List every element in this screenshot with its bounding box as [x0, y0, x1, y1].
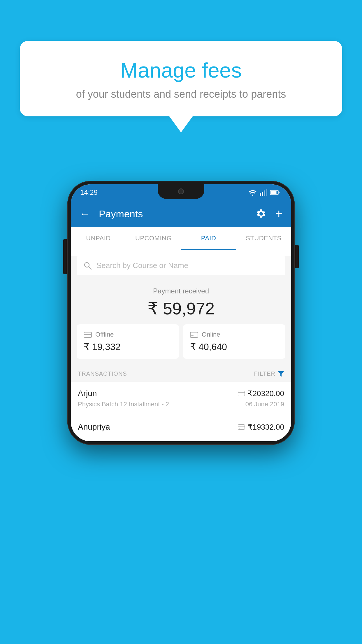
svg-rect-10	[84, 334, 92, 335]
signal-icon	[260, 189, 267, 196]
svg-rect-5	[271, 191, 277, 194]
svg-rect-3	[266, 189, 267, 196]
content-area: Search by Course or Name Payment receive…	[71, 256, 291, 441]
phone-outer: 14:29	[67, 181, 295, 445]
svg-rect-2	[264, 190, 265, 196]
transaction-bottom: Physics Batch 12 Installment - 2 06 June…	[78, 400, 284, 408]
filter-container[interactable]: FILTER	[254, 370, 284, 377]
payment-cards: Offline ₹ 19,332 Online	[71, 324, 291, 365]
offline-card: Offline ₹ 19,332	[77, 324, 179, 359]
transaction-amount-container: ₹20320.00	[238, 389, 284, 398]
payment-total-amount: ₹ 59,972	[77, 299, 285, 318]
offline-label: Offline	[95, 331, 114, 338]
app-bar-actions: +	[256, 208, 282, 220]
transaction-amount-container: ₹19332.00	[238, 423, 284, 432]
back-button[interactable]: ←	[80, 208, 90, 220]
online-card: Online ₹ 40,640	[183, 324, 285, 359]
app-bar: ← Payments +	[71, 201, 291, 227]
transaction-date: 06 June 2019	[245, 400, 284, 408]
transaction-offline-icon	[238, 424, 245, 430]
wifi-icon	[249, 189, 257, 196]
phone-screen: 14:29	[71, 184, 291, 441]
transaction-course: Physics Batch 12 Installment - 2	[78, 400, 169, 408]
transactions-label: TRANSACTIONS	[78, 370, 127, 377]
transaction-amount: ₹19332.00	[248, 423, 284, 432]
offline-payment-icon	[84, 331, 92, 338]
payment-received-label: Payment received	[77, 287, 285, 295]
filter-icon	[278, 371, 284, 377]
speech-bubble-container: Manage fees of your students and send re…	[20, 41, 342, 132]
online-payment-icon	[190, 331, 198, 338]
tab-upcoming[interactable]: UPCOMING	[126, 227, 181, 250]
online-amount: ₹ 40,640	[190, 341, 278, 352]
offline-amount: ₹ 19,332	[84, 341, 172, 352]
status-bar: 14:29	[71, 184, 291, 201]
svg-rect-20	[239, 428, 240, 428]
phone-container: 14:29	[67, 181, 295, 445]
svg-rect-12	[190, 332, 198, 337]
svg-line-8	[89, 267, 91, 269]
svg-rect-14	[191, 335, 194, 336]
search-bar[interactable]: Search by Course or Name	[77, 256, 285, 275]
tab-students[interactable]: STUDENTS	[236, 227, 291, 250]
transaction-amount: ₹20320.00	[248, 389, 284, 398]
search-placeholder: Search by Course or Name	[96, 261, 188, 270]
svg-rect-0	[260, 193, 261, 196]
speech-bubble: Manage fees of your students and send re…	[20, 41, 342, 116]
transaction-name: Anupriya	[78, 422, 110, 432]
status-time: 14:29	[80, 188, 98, 197]
svg-rect-6	[279, 192, 280, 193]
transaction-online-icon	[238, 391, 245, 396]
front-camera	[178, 188, 184, 194]
transactions-header: TRANSACTIONS FILTER	[71, 365, 291, 382]
svg-rect-19	[238, 426, 245, 427]
transaction-row[interactable]: Arjun ₹20320.00 Physics Batch 12 Install…	[71, 382, 291, 415]
notch	[158, 184, 204, 199]
add-button[interactable]: +	[275, 208, 282, 220]
online-label: Online	[202, 331, 220, 338]
speech-bubble-subtitle: of your students and send receipts to pa…	[37, 88, 325, 100]
settings-icon[interactable]	[256, 209, 266, 219]
svg-rect-1	[262, 192, 263, 196]
speech-bubble-title: Manage fees	[37, 58, 325, 82]
payment-summary: Payment received ₹ 59,972	[71, 278, 291, 324]
tab-paid[interactable]: PAID	[181, 227, 236, 250]
online-card-header: Online	[190, 331, 278, 338]
speech-bubble-arrow	[169, 116, 193, 132]
battery-icon	[270, 190, 280, 195]
svg-rect-15	[238, 391, 245, 396]
status-icons	[249, 189, 280, 196]
filter-label: FILTER	[254, 370, 275, 377]
transaction-row[interactable]: Anupriya ₹19332.00	[71, 415, 291, 441]
svg-rect-17	[239, 394, 241, 394]
transaction-name: Arjun	[78, 389, 97, 398]
offline-card-header: Offline	[84, 331, 172, 338]
search-icon	[84, 262, 92, 270]
transaction-top: Arjun ₹20320.00	[78, 389, 284, 398]
tab-unpaid[interactable]: UNPAID	[71, 227, 126, 250]
svg-rect-11	[85, 336, 87, 336]
app-bar-title: Payments	[96, 208, 250, 220]
tabs-container: UNPAID UPCOMING PAID STUDENTS	[71, 227, 291, 250]
transaction-top: Anupriya ₹19332.00	[78, 422, 284, 432]
